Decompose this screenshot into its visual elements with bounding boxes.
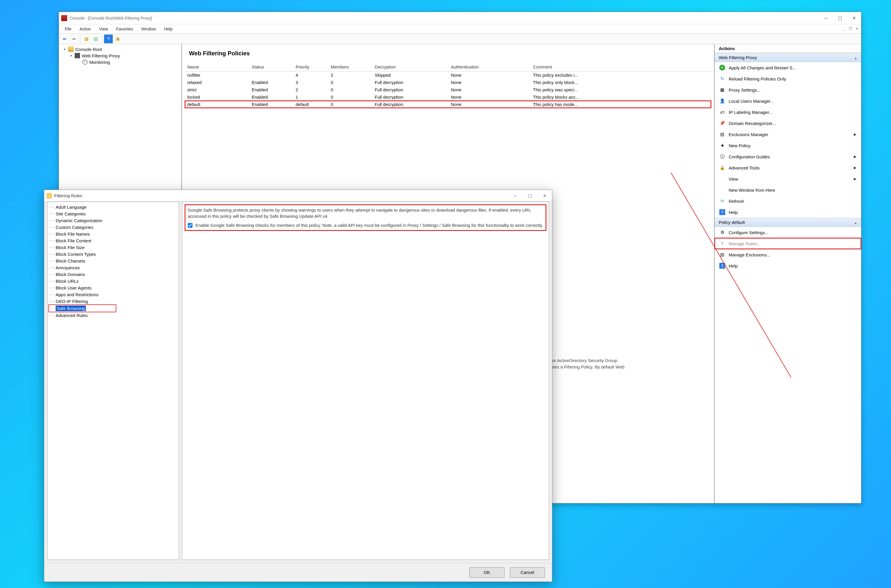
close-button[interactable]: ✕ [847,12,861,24]
table-row[interactable]: defaultEnableddefault0Full decryptionNon… [185,100,711,108]
category-item[interactable]: Advanced Rules [49,312,178,319]
action-item[interactable]: TManage Rules... [715,238,861,249]
category-item[interactable]: Block File Names [49,231,178,237]
tree-web-filtering-proxy[interactable]: ▾ Web Filtering Proxy [62,52,178,59]
grid-button[interactable]: ▤ [92,34,100,44]
action-item[interactable]: 👤Local Users Manager... [715,95,861,106]
toolbar: ⬅ ➡ ▦ ▤ ? ▣ [59,34,861,44]
tree-console-root[interactable]: ▾ Console Root [62,46,178,52]
dialog-maximize-button[interactable]: ▢ [523,190,537,202]
action-item[interactable]: 📌Domain Recategorizer... [715,118,861,129]
column-header[interactable]: Authentication [449,63,531,71]
action-item[interactable]: ★New Policy [715,140,861,151]
category-item[interactable]: Block File Size [49,244,178,251]
chevron-down-icon[interactable]: ▾ [69,54,73,58]
cell: This policy only block... [531,79,711,86]
help-icon: ? [719,263,725,268]
menu-favorites[interactable]: Favorites [112,26,137,33]
cell: None [449,79,531,86]
column-header[interactable]: Decryption [372,63,449,71]
maximize-button[interactable]: ▢ [833,12,847,24]
back-button[interactable]: ⬅ [60,34,69,44]
table-row[interactable]: lockedEnabled10Full decryptionNoneThis p… [185,93,711,100]
action-item[interactable]: ↻Reload Filtering Policies Only [715,73,861,84]
category-item[interactable]: Block Content Types [49,251,178,258]
cell: Skipped [372,71,449,79]
action-item[interactable]: ⟳Refresh [715,195,861,207]
category-item[interactable]: Block User Agents [49,285,178,291]
action-item[interactable]: ✔Apply All Changes and Restart S... [715,62,861,73]
category-item[interactable]: Site Categories [49,210,178,217]
category-item[interactable]: Block URLs [49,278,178,285]
table-row[interactable]: relaxedEnabled30Full decryptionNoneThis … [185,79,711,86]
help-button[interactable]: ? [104,34,113,44]
category-item[interactable]: Block Domains [49,271,178,278]
action-item[interactable]: 🔒Advanced Tools▶ [715,162,861,173]
menu-window[interactable]: Window [137,26,160,33]
collapse-icon[interactable] [854,220,857,225]
column-header[interactable]: Name [185,63,249,71]
action-item[interactable]: New Window from Here [715,184,861,195]
menu-help[interactable]: Help [160,26,177,33]
category-item[interactable]: Custom Categories [49,224,178,231]
star-icon: ★ [719,142,725,148]
category-item[interactable]: Block File Content [49,237,178,244]
category-item[interactable]: Block Charsets [49,258,178,264]
actions-section-policy[interactable]: Policy default [715,218,861,227]
ok-button[interactable]: OK [470,567,504,578]
table-row[interactable]: nofilter42SkippedNoneThis policy exclude… [185,71,711,79]
show-hide-tree-button[interactable]: ▦ [82,34,91,44]
action-item[interactable]: ▤Exclusions Manager▶ [715,129,861,140]
cell: This policy was speci... [531,86,711,93]
enable-safe-browsing-checkbox[interactable] [188,223,193,228]
cancel-button[interactable]: Cancel [510,567,545,578]
action-label: Exclusions Manager [729,132,768,137]
dialog-minimize-button[interactable]: ─ [508,190,523,202]
action-item[interactable]: ⓘConfiguration Guides▶ [715,151,861,162]
rule-category-list[interactable]: Adult LanguageSite CategoriesDynamic Cat… [47,202,179,560]
category-item[interactable]: Apps and Restrictions [49,291,178,298]
dialog-close-button[interactable]: ✕ [537,190,552,202]
column-header[interactable]: Members [328,63,372,71]
chevron-down-icon[interactable]: ▾ [63,47,66,51]
main-titlebar[interactable]: Console - [Console Root\Web Filtering Pr… [59,12,861,24]
column-header[interactable]: Priority [293,63,328,71]
mdi-restore-icon[interactable]: ❐ [847,27,853,31]
column-header[interactable]: Status [249,63,293,71]
action-item[interactable]: ▤Manage Exclusions... [715,249,861,260]
options-button[interactable]: ▣ [113,34,122,44]
actions-section-proxy[interactable]: Web Filtering Proxy [715,53,861,62]
category-item[interactable]: Adult Language [49,204,178,210]
dialog-titlebar[interactable]: Filtering Rules ─ ▢ ✕ [44,190,552,202]
action-item[interactable]: ⚙Configure Settings... [715,227,861,238]
action-label: Apply All Changes and Restart S... [729,65,796,70]
category-label: Site Categories [56,212,86,216]
mdi-close-icon[interactable]: ✕ [854,27,859,31]
menu-action[interactable]: Action [75,26,95,33]
mdi-minimize-icon[interactable]: _ [841,27,846,31]
menu-file[interactable]: File [61,26,75,33]
action-label: Manage Exclusions... [729,252,771,257]
column-header[interactable]: Comment [531,63,711,71]
tree-monitoring[interactable]: Monitoring [62,59,178,65]
menu-view[interactable]: View [95,26,112,33]
minimize-button[interactable]: ─ [819,12,833,24]
checkbox-label[interactable]: Enable Google Safe Browsing checks for m… [196,222,543,228]
action-item[interactable]: ▦Proxy Settings... [715,84,861,95]
submenu-arrow-icon: ▶ [854,132,856,136]
category-item[interactable]: Safe Browsing [49,304,116,312]
action-item[interactable]: ?Help [715,260,861,272]
description-text: Google Safe Browsing protects proxy clie… [188,207,543,219]
policies-table[interactable]: NameStatusPriorityMembersDecryptionAuthe… [185,63,711,108]
action-item[interactable]: 🏷IP Labeling Manager... [715,106,861,118]
table-row[interactable]: strictEnabled20Full decryptionNoneThis p… [185,86,711,93]
category-label: Block URLs [56,279,78,284]
category-item[interactable]: Annoyances [49,264,178,271]
grid-icon: ▦ [719,87,725,93]
collapse-icon[interactable] [854,55,857,60]
action-item[interactable]: ?Help [715,207,861,218]
forward-button[interactable]: ➡ [69,34,78,44]
action-item[interactable]: View▶ [715,173,861,184]
category-item[interactable]: Dynamic Categorization [49,217,178,224]
category-item[interactable]: GEO-IP Filtering [49,298,178,304]
